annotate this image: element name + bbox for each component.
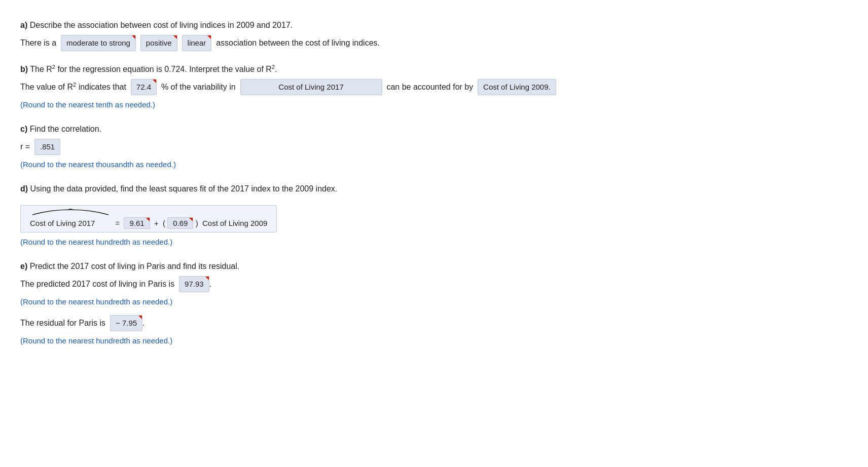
label-e: e) xyxy=(20,262,27,270)
prompt-b: The R2 for the regression equation is 0.… xyxy=(30,65,277,73)
variable-box[interactable]: Cost of Living 2017 xyxy=(240,79,382,95)
label-a: a) xyxy=(20,21,27,29)
strength-box[interactable]: moderate to strong xyxy=(61,35,136,51)
r-value-box[interactable]: .851 xyxy=(34,139,60,155)
hint-c: (Round to the nearest thousandth as need… xyxy=(20,158,848,171)
question-c: c) Find the correlation. r = .851 (Round… xyxy=(20,122,848,171)
hint-b: (Round to the nearest tenth as needed.) xyxy=(20,98,848,111)
percent-suffix: % of the variability in xyxy=(161,83,236,91)
label-b: b) xyxy=(20,65,28,73)
hint-d: (Round to the nearest hundredth as neede… xyxy=(20,236,848,249)
hat-label: Cost of Living 2017 xyxy=(30,209,111,227)
answer-prefix-a: There is a xyxy=(20,38,56,47)
direction-box[interactable]: positive xyxy=(140,35,177,51)
label-d: d) xyxy=(20,184,28,193)
resid-prefix: The residual for Paris is xyxy=(20,319,105,327)
question-d: d) Using the data provided, find the lea… xyxy=(20,182,848,248)
question-a: a) Describe the association between cost… xyxy=(20,18,848,51)
equation-box: Cost of Living 2017 = 9.61 + ( 0.69 ) Co… xyxy=(20,205,277,232)
question-b: b) The R2 for the regression equation is… xyxy=(20,62,848,111)
middle-text-b: can be accounted for by xyxy=(386,83,473,91)
prompt-e: Predict the 2017 cost of living in Paris… xyxy=(30,262,240,270)
pred-prefix: The predicted 2017 cost of living in Par… xyxy=(20,280,174,288)
answer-prefix-b: The value of R2 indicates that xyxy=(20,83,126,91)
predictor: Cost of Living 2009 xyxy=(202,219,267,227)
percent-box[interactable]: 72.4 xyxy=(131,79,157,95)
plus-text: + xyxy=(154,219,159,227)
slope-box[interactable]: 0.69 xyxy=(167,217,193,229)
prompt-c: Find the correlation. xyxy=(30,125,101,133)
r-prefix: r = xyxy=(20,142,30,151)
answer-suffix-a: association between the cost of living i… xyxy=(216,38,380,47)
intercept-box[interactable]: 9.61 xyxy=(124,217,150,229)
prompt-d: Using the data provided, find the least … xyxy=(30,184,338,193)
resid-value-box[interactable]: − 7.95 xyxy=(110,315,142,331)
type-box[interactable]: linear xyxy=(182,35,212,51)
resid-hint: (Round to the nearest hundredth as neede… xyxy=(20,334,848,347)
pred-value-box[interactable]: 97.93 xyxy=(179,276,209,292)
label-c: c) xyxy=(20,125,27,133)
prompt-a: Describe the association between cost of… xyxy=(30,21,293,29)
question-e: e) Predict the 2017 cost of living in Pa… xyxy=(20,259,848,347)
variable2-box[interactable]: Cost of Living 2009. xyxy=(478,79,556,95)
eq-middle: = xyxy=(115,219,120,227)
pred-hint: (Round to the nearest hundredth as neede… xyxy=(20,295,848,308)
hat-var: Cost of Living 2017 xyxy=(30,216,95,227)
